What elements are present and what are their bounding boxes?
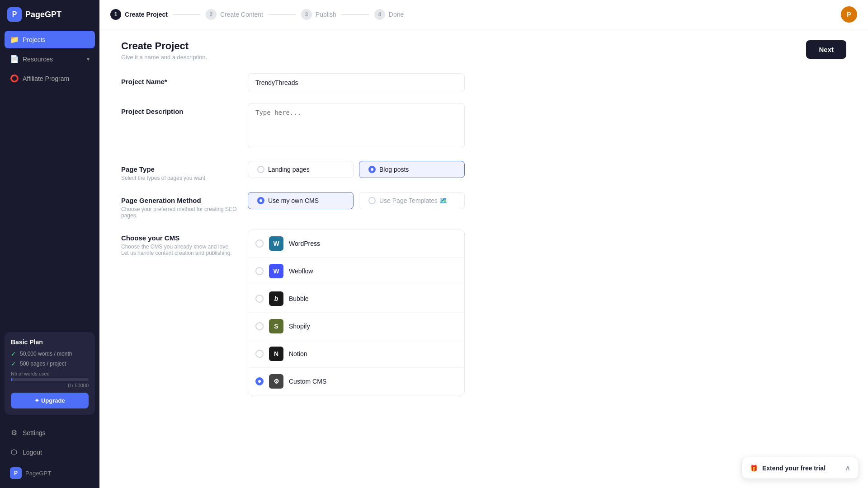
progress-bar <box>11 378 89 381</box>
step-2: 2 Create Content <box>206 9 263 20</box>
step-3-label: Publish <box>316 11 336 18</box>
upgrade-button[interactable]: ✦ Upgrade <box>11 393 89 408</box>
sidebar: P PageGPT 📁 Projects 📄 Resources ▾ ⭕ Aff… <box>0 0 99 488</box>
cms-item-bubble[interactable]: b Bubble <box>248 285 464 313</box>
step-2-number: 2 <box>206 9 217 20</box>
step-2-label: Create Content <box>220 11 263 18</box>
extend-trial-icon: 🎁 <box>750 465 758 472</box>
sidebar-logout-label: Logout <box>23 449 42 456</box>
radio-dot-templates <box>368 197 376 204</box>
page-generation-own-cms[interactable]: Use my own CMS <box>248 192 354 209</box>
settings-icon: ⚙ <box>10 428 18 437</box>
step-4: 4 Done <box>374 9 404 20</box>
project-description-textarea[interactable] <box>248 103 465 148</box>
next-button[interactable]: Next <box>806 40 846 59</box>
page-type-landing-label: Landing pages <box>268 166 310 173</box>
cms-name-bubble: Bubble <box>289 295 309 302</box>
cms-item-custom[interactable]: ⚙ Custom CMS <box>248 368 464 395</box>
webflow-logo: W <box>269 264 283 278</box>
form-container: Create Project Give it a name and a desc… <box>99 29 868 424</box>
form-title-block: Create Project Give it a name and a desc… <box>121 40 207 73</box>
form-row-project-name: Project Name* <box>121 73 846 92</box>
page-type-blog-label: Blog posts <box>379 166 409 173</box>
sidebar-nav: 📁 Projects 📄 Resources ▾ ⭕ Affiliate Pro… <box>0 27 99 328</box>
custom-cms-logo: ⚙ <box>269 374 283 389</box>
cms-item-shopify[interactable]: S Shopify <box>248 313 464 340</box>
sidebar-item-affiliate[interactable]: ⭕ Affiliate Program <box>5 70 95 87</box>
bottom-logo-icon: P <box>10 467 22 479</box>
cms-radio-bubble <box>255 295 264 303</box>
step-3: 3 Publish <box>301 9 336 20</box>
stepper: 1 Create Project 2 Create Content 3 Publ… <box>99 0 868 29</box>
resources-icon: 📄 <box>10 55 18 63</box>
form-row-page-type: Page Type Select the types of pages you … <box>121 161 846 181</box>
radio-dot-landing <box>257 166 264 173</box>
plan-title: Basic Plan <box>11 338 89 346</box>
step-4-number: 4 <box>374 9 385 20</box>
logout-icon: ⬡ <box>10 448 18 456</box>
project-name-label: Project Name* <box>121 78 239 85</box>
cms-radio-custom <box>255 377 264 385</box>
progress-label: Nb of words used <box>11 371 89 376</box>
cms-item-wordpress[interactable]: W WordPress <box>248 230 464 258</box>
radio-dot-own-cms <box>257 197 264 204</box>
cms-radio-shopify <box>255 322 264 330</box>
page-title: Create Project <box>121 40 207 52</box>
cms-radio-webflow <box>255 267 264 275</box>
progress-fill <box>11 378 12 381</box>
page-generation-own-cms-label: Use my own CMS <box>268 197 319 204</box>
page-type-blog[interactable]: Blog posts <box>359 161 465 178</box>
cms-radio-wordpress <box>255 239 264 248</box>
sidebar-logo-icon: P <box>7 7 22 22</box>
cms-options-col: W WordPress W Webflow b Bubble <box>248 230 846 395</box>
plan-feature-pages: ✓ 500 pages / project <box>11 360 89 367</box>
form-row-page-generation: Page Generation Method Choose your prefe… <box>121 192 846 219</box>
extend-trial-banner[interactable]: 🎁 Extend your free trial ∧ <box>741 457 859 479</box>
sidebar-item-settings[interactable]: ⚙ Settings <box>5 424 95 441</box>
project-name-label-col: Project Name* <box>121 73 239 87</box>
header-right: P <box>841 6 857 23</box>
bottom-logo-text: PageGPT <box>25 470 51 477</box>
progress-text: 0 / 50000 <box>11 383 89 388</box>
page-type-options: Landing pages Blog posts <box>248 161 465 178</box>
plan-feature-pages-label: 500 pages / project <box>20 361 66 367</box>
project-description-input-col <box>248 103 846 150</box>
sidebar-plan: Basic Plan ✓ 50,000 words / month ✓ 500 … <box>5 332 95 415</box>
step-3-number: 3 <box>301 9 312 20</box>
check-icon-2: ✓ <box>11 360 16 367</box>
sidebar-item-label: Projects <box>23 36 46 43</box>
check-icon: ✓ <box>11 350 16 357</box>
step-divider-2 <box>269 14 296 15</box>
step-4-label: Done <box>389 11 404 18</box>
cms-item-webflow[interactable]: W Webflow <box>248 258 464 285</box>
sidebar-item-projects[interactable]: 📁 Projects <box>5 31 95 48</box>
page-type-options-col: Landing pages Blog posts <box>248 161 846 178</box>
choose-cms-sublabel: Choose the CMS you already know and love… <box>121 244 239 256</box>
sidebar-bottom-logo: P PageGPT <box>5 463 95 483</box>
plan-feature-words-label: 50,000 words / month <box>20 351 72 357</box>
extend-trial-close-icon[interactable]: ∧ <box>845 464 850 472</box>
project-name-input[interactable] <box>248 73 465 92</box>
sidebar-item-label: Affiliate Program <box>23 75 69 82</box>
cms-list: W WordPress W Webflow b Bubble <box>248 230 465 395</box>
sidebar-item-resources[interactable]: 📄 Resources ▾ <box>5 50 95 68</box>
cms-name-notion: Notion <box>289 350 307 357</box>
sidebar-logo: P PageGPT <box>0 0 99 27</box>
choose-cms-label: Choose your CMS <box>121 234 239 242</box>
wordpress-logo: W <box>269 236 283 251</box>
page-generation-options: Use my own CMS Use Page Templates 🗺️ <box>248 192 465 209</box>
page-generation-templates[interactable]: Use Page Templates 🗺️ <box>359 192 465 209</box>
page-generation-sublabel: Choose your preferred method for creatin… <box>121 206 239 219</box>
radio-dot-blog <box>368 166 376 173</box>
plan-feature-words: ✓ 50,000 words / month <box>11 350 89 357</box>
step-1-number: 1 <box>110 9 121 20</box>
choose-cms-label-col: Choose your CMS Choose the CMS you alrea… <box>121 230 239 256</box>
page-type-landing[interactable]: Landing pages <box>248 161 354 178</box>
cms-item-notion[interactable]: N Notion <box>248 340 464 368</box>
sidebar-bottom: ⚙ Settings ⬡ Logout P PageGPT <box>0 419 99 488</box>
cms-radio-notion <box>255 350 264 358</box>
step-divider-3 <box>342 14 369 15</box>
main-content: 1 Create Project 2 Create Content 3 Publ… <box>99 0 868 488</box>
sidebar-item-logout[interactable]: ⬡ Logout <box>5 443 95 461</box>
extend-trial-label: Extend your free trial <box>762 465 826 472</box>
